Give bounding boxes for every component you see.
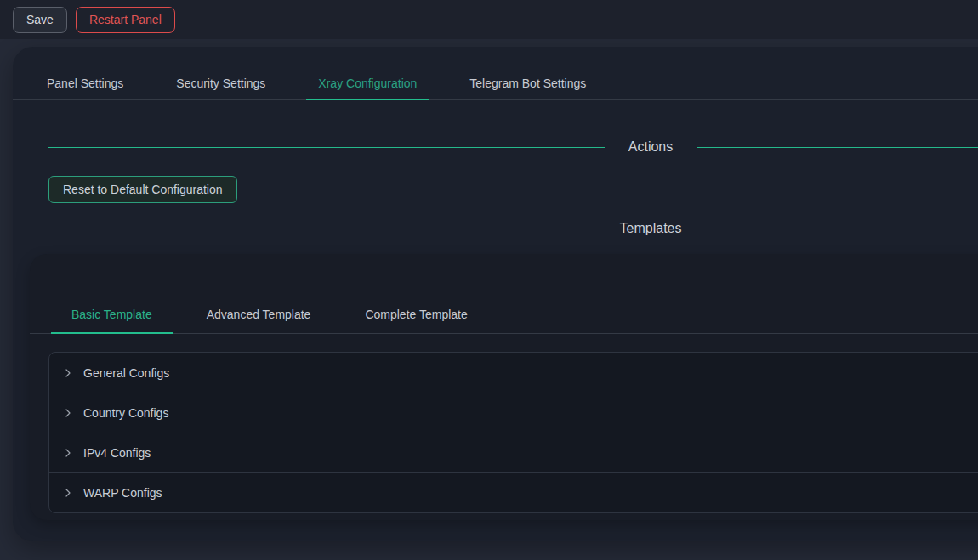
tab-panel-settings[interactable]: Panel Settings — [35, 73, 135, 99]
chevron-right-icon — [63, 408, 73, 418]
actions-divider-title: Actions — [628, 137, 673, 157]
tab-telegram-bot-settings[interactable]: Telegram Bot Settings — [458, 73, 598, 99]
chevron-right-icon — [63, 448, 73, 458]
tab-complete-template[interactable]: Complete Template — [344, 304, 487, 333]
tab-advanced-template[interactable]: Advanced Template — [186, 304, 332, 333]
tab-xray-configuration[interactable]: Xray Configuration — [306, 73, 429, 99]
divider-line — [48, 229, 596, 229]
panel-country-configs[interactable]: Country Configs — [49, 393, 978, 433]
panel-label: WARP Configs — [83, 486, 162, 500]
panel-ipv4-configs[interactable]: IPv4 Configs — [49, 433, 978, 472]
panel-warp-configs[interactable]: WARP Configs — [49, 472, 978, 512]
divider-line — [705, 229, 978, 229]
templates-divider-title: Templates — [620, 218, 682, 239]
settings-card: Panel Settings Security Settings Xray Co… — [13, 47, 978, 541]
reset-default-configuration-button[interactable]: Reset to Default Configuration — [48, 176, 237, 203]
config-collapse-list: General Configs Country Configs IPv4 Con… — [48, 352, 978, 513]
panel-label: IPv4 Configs — [83, 446, 151, 460]
divider-line — [48, 147, 605, 148]
tab-security-settings[interactable]: Security Settings — [164, 73, 277, 99]
divider-line — [697, 147, 978, 148]
panel-label: General Configs — [83, 366, 169, 380]
panel-label: Country Configs — [83, 406, 168, 420]
tab-basic-template[interactable]: Basic Template — [51, 304, 173, 333]
chevron-right-icon — [63, 488, 73, 498]
chevron-right-icon — [63, 368, 73, 378]
topbar: Save Restart Panel — [0, 0, 978, 39]
settings-tab-bar: Panel Settings Security Settings Xray Co… — [13, 73, 978, 100]
save-button[interactable]: Save — [13, 7, 67, 33]
templates-card: Basic Template Advanced Template Complet… — [30, 254, 978, 520]
actions-divider: Actions — [48, 137, 978, 157]
restart-panel-button[interactable]: Restart Panel — [76, 7, 175, 33]
templates-divider: Templates — [48, 218, 978, 239]
panel-general-configs[interactable]: General Configs — [49, 353, 978, 393]
template-tab-bar: Basic Template Advanced Template Complet… — [30, 254, 978, 334]
